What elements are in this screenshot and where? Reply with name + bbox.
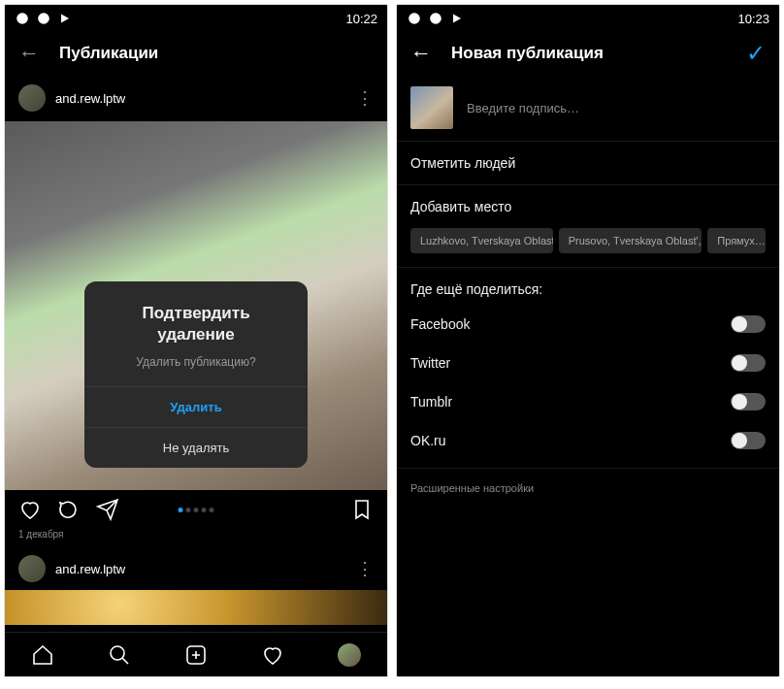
share-tumblr-row: Tumblr — [397, 382, 779, 421]
advanced-settings-row[interactable]: Расширенные настройки — [397, 468, 779, 508]
share-facebook-row: Facebook — [397, 305, 779, 344]
okru-toggle[interactable] — [731, 432, 766, 449]
status-bar: 10:23 — [397, 5, 779, 32]
share-target-label: Tumblr — [410, 394, 452, 410]
location-chip[interactable]: Prusovo, Tverskaya Oblast', R… — [559, 228, 702, 253]
phone-left: 10:22 ← Публикации and.rew.lptw ⋮ 1 дека… — [4, 4, 388, 677]
svg-point-5 — [430, 13, 441, 24]
share-target-label: OK.ru — [410, 433, 446, 448]
dialog-title: Подтвердитьудаление — [84, 281, 308, 349]
viber-icon — [407, 11, 422, 26]
delete-button[interactable]: Удалить — [84, 386, 308, 427]
share-twitter-row: Twitter — [397, 344, 779, 382]
tumblr-toggle[interactable] — [731, 393, 766, 410]
status-time: 10:23 — [737, 12, 769, 26]
share-also-label: Где ещё поделиться: — [397, 267, 779, 305]
back-icon[interactable]: ← — [410, 41, 432, 66]
viber-icon-2 — [428, 11, 443, 26]
share-okru-row: OK.ru — [397, 421, 779, 460]
facebook-toggle[interactable] — [731, 315, 766, 333]
location-chips: Luzhkovo, Tverskaya Oblast', … Prusovo, … — [397, 228, 779, 267]
tag-people-row[interactable]: Отметить людей — [397, 141, 779, 184]
phone-right: 10:23 ← Новая публикация ✓ Введите подпи… — [396, 4, 780, 677]
svg-point-4 — [408, 13, 420, 24]
twitter-toggle[interactable] — [731, 354, 766, 372]
location-chip[interactable]: Luzhkovo, Tverskaya Oblast', … — [410, 228, 553, 253]
app-header: ← Новая публикация ✓ — [397, 32, 779, 75]
cancel-button[interactable]: Не удалять — [84, 427, 308, 468]
share-target-label: Twitter — [410, 355, 450, 371]
dialog-message: Удалить публикацию? — [84, 349, 308, 386]
confirm-icon[interactable]: ✓ — [746, 40, 766, 67]
dialog-backdrop: Подтвердитьудаление Удалить публикацию? … — [5, 5, 387, 676]
share-target-label: Facebook — [410, 316, 470, 332]
status-icons — [407, 11, 465, 26]
play-icon — [449, 11, 465, 26]
location-chip[interactable]: Прямух… — [707, 228, 766, 253]
caption-input[interactable]: Введите подпись… — [467, 101, 579, 115]
page-title: Новая публикация — [451, 44, 604, 63]
add-location-row[interactable]: Добавить место — [397, 184, 779, 228]
confirm-dialog: Подтвердитьудаление Удалить публикацию? … — [84, 281, 308, 468]
post-thumbnail[interactable] — [410, 86, 453, 129]
caption-row: Введите подпись… — [397, 75, 779, 141]
